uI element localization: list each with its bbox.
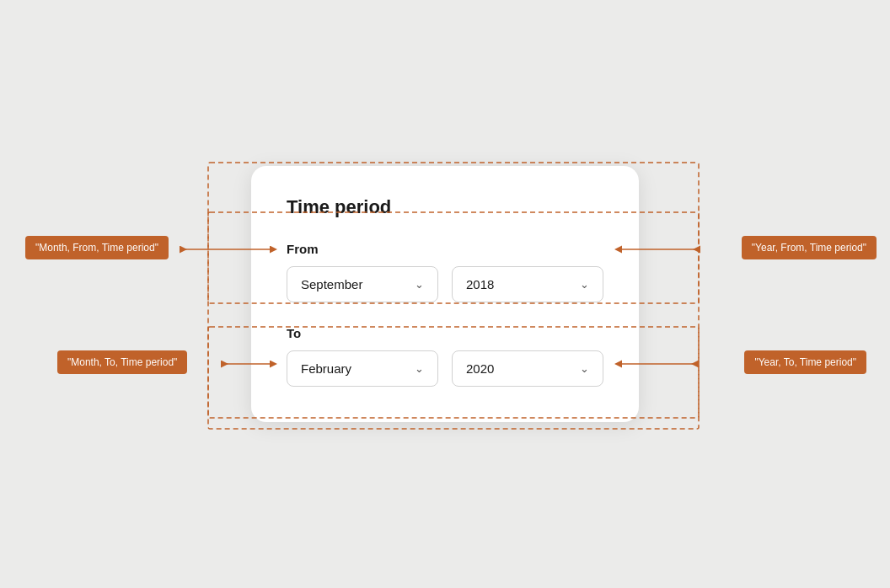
to-dropdowns-row: February ⌄ 2020 ⌄: [287, 350, 603, 387]
to-month-value: February: [301, 361, 351, 376]
annotation-year-to: "Year, To, Time period": [744, 350, 866, 374]
from-label: From: [287, 242, 603, 256]
from-dropdowns-row: September ⌄ 2018 ⌄: [287, 266, 603, 302]
to-year-chevron-icon: ⌄: [580, 362, 589, 375]
from-year-chevron-icon: ⌄: [580, 278, 589, 291]
annotation-month-from: "Month, From, Time period": [25, 236, 169, 259]
from-year-dropdown[interactable]: 2018 ⌄: [452, 266, 603, 302]
to-month-dropdown[interactable]: February ⌄: [287, 350, 438, 387]
to-year-dropdown[interactable]: 2020 ⌄: [452, 350, 603, 387]
time-period-card: Time period From September ⌄ 2018 ⌄ To F…: [251, 166, 639, 422]
from-year-value: 2018: [466, 277, 494, 291]
to-year-value: 2020: [466, 361, 494, 376]
annotation-month-to: "Month, To, Time period": [57, 350, 187, 374]
from-month-value: September: [301, 277, 362, 291]
annotation-year-from: "Year, From, Time period": [742, 236, 877, 259]
scene: Time period From September ⌄ 2018 ⌄ To F…: [0, 0, 890, 588]
to-label: To: [287, 326, 603, 340]
to-month-chevron-icon: ⌄: [415, 362, 424, 375]
from-month-chevron-icon: ⌄: [415, 278, 424, 291]
card-title: Time period: [287, 196, 603, 218]
from-month-dropdown[interactable]: September ⌄: [287, 266, 438, 302]
